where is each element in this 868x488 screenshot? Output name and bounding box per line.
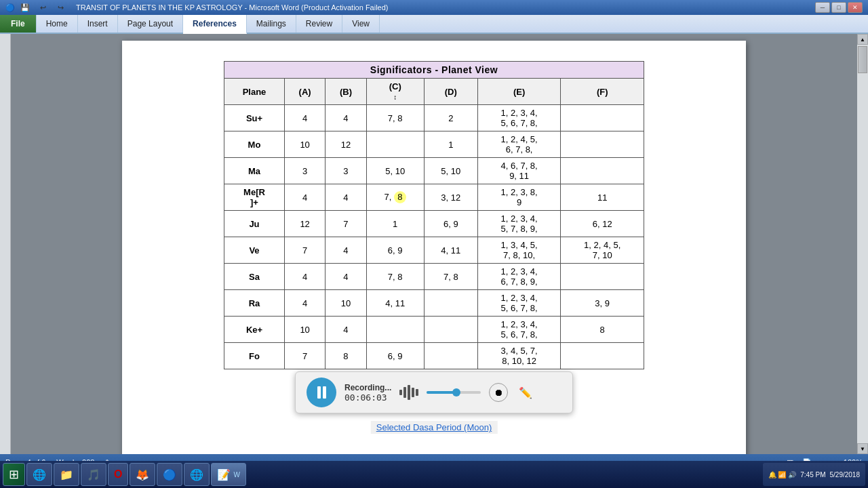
word-page: Significators - Planet View Plane (A) (B… — [122, 41, 746, 454]
ribbon: File Home Insert Page Layout References … — [0, 15, 868, 34]
col-header-a: (A) — [284, 79, 325, 105]
title-bar-controls: ─ □ ✕ — [815, 2, 863, 13]
recording-label: Recording... — [344, 383, 391, 392]
progress-thumb — [452, 388, 460, 396]
scroll-up[interactable]: ▲ — [857, 34, 868, 45]
start-button[interactable]: ⊞ — [3, 463, 25, 486]
left-ruler — [0, 34, 11, 454]
title-bar-left: 🔵 💾 ↩ ↪ TRANSIT OF PLANETS IN THE KP AST… — [5, 1, 389, 14]
tab-references[interactable]: References — [183, 15, 247, 34]
table-row: Su+ 4 4 7, 8 2 1, 2, 3, 4,5, 6, 7, 8, — [224, 105, 644, 131]
taskbar-ie[interactable]: 🌐 — [26, 463, 52, 486]
dasa-period-link[interactable]: Selected Dasa Period (Moon) — [371, 421, 498, 434]
taskbar-word[interactable]: 📝W — [211, 463, 245, 486]
taskbar-opera[interactable]: O — [108, 463, 128, 486]
recording-bar: Recording... 00:06:03 ⏺ — [295, 371, 573, 413]
clock-date: 5/29/2018 — [830, 471, 861, 479]
tray-icons: 🔔 📶 🔊 — [768, 471, 797, 479]
pen-button[interactable]: ✏️ — [516, 383, 535, 402]
col-header-b: (B) — [326, 79, 366, 105]
tab-page-layout[interactable]: Page Layout — [118, 15, 183, 33]
progress-track[interactable] — [427, 391, 481, 394]
table-row: Sa 4 4 7, 8 7, 8 1, 2, 3, 4,6, 7, 8, 9, — [224, 264, 644, 290]
app-icon: 🔵 — [5, 3, 15, 12]
table-row: Ra 4 10 4, 11 1, 2, 3, 4,5, 6, 7, 8, 3, … — [224, 290, 644, 317]
recording-info: Recording... 00:06:03 — [344, 383, 391, 403]
clock-time: 7:45 PM — [800, 471, 825, 479]
close-button[interactable]: ✕ — [848, 2, 863, 13]
table-row: Me[R]+ 4 4 7, 8 3, 12 1, 2, 3, 8,9 11 — [224, 184, 644, 211]
quick-save[interactable]: 💾 — [18, 1, 33, 14]
main-area: Significators - Planet View Plane (A) (B… — [0, 34, 868, 454]
tab-view[interactable]: View — [342, 15, 380, 33]
table-row: Ke+ 10 4 1, 2, 3, 4,5, 6, 7, 8, 8 — [224, 317, 644, 343]
table-row: Ve 7 4 6, 9 4, 11 1, 3, 4, 5,7, 8, 10, 1… — [224, 237, 644, 264]
document-area[interactable]: Significators - Planet View Plane (A) (B… — [11, 34, 857, 454]
col-header-c: (C)↕ — [366, 79, 424, 105]
restore-button[interactable]: □ — [831, 2, 846, 13]
tab-mailings[interactable]: Mailings — [247, 15, 296, 33]
vertical-scrollbar[interactable]: ▲ ▼ — [857, 34, 868, 454]
col-header-e: (E) — [477, 79, 561, 105]
significators-table: Significators - Planet View Plane (A) (B… — [224, 61, 644, 369]
taskbar-chrome[interactable]: 🔵 — [157, 463, 182, 486]
taskbar: ⊞ 🌐 📁 🎵 O 🦊 🔵 🌐 📝W 🔔 📶 🔊 7:45 PM 5/29/20… — [0, 461, 868, 488]
scroll-down[interactable]: ▼ — [857, 443, 868, 454]
audio-levels — [399, 384, 418, 401]
scroll-thumb[interactable] — [858, 46, 867, 73]
quick-undo[interactable]: ↩ — [35, 1, 50, 14]
system-tray: 🔔 📶 🔊 7:45 PM 5/29/2018 — [763, 463, 865, 486]
tab-file[interactable]: File — [0, 15, 37, 33]
table-row: Mo 10 12 1 1, 2, 4, 5,6, 7, 8, — [224, 131, 644, 158]
title-bar: 🔵 💾 ↩ ↪ TRANSIT OF PLANETS IN THE KP AST… — [0, 0, 868, 15]
title-text: TRANSIT OF PLANETS IN THE KP ASTROLOGY -… — [76, 3, 389, 12]
document-content: Significators - Planet View Plane (A) (B… — [149, 61, 719, 454]
col-header-f: (F) — [561, 79, 644, 105]
taskbar-explorer[interactable]: 📁 — [54, 463, 79, 486]
mic-button[interactable]: ⏺ — [489, 383, 508, 402]
table-row: Ma 3 3 5, 10 5, 10 4, 6, 7, 8,9, 11 — [224, 158, 644, 184]
table-row: Fo 7 8 6, 9 3, 4, 5, 7,8, 10, 12 — [224, 343, 644, 369]
tab-review[interactable]: Review — [296, 15, 342, 33]
taskbar-another[interactable]: 🌐 — [184, 463, 210, 486]
recording-time: 00:06:03 — [344, 392, 391, 403]
quick-redo[interactable]: ↪ — [53, 1, 68, 14]
taskbar-media[interactable]: 🎵 — [81, 463, 106, 486]
taskbar-firefox[interactable]: 🦊 — [130, 463, 155, 486]
tab-home[interactable]: Home — [37, 15, 78, 33]
col-header-planet: Plane — [224, 79, 285, 105]
pause-button[interactable] — [307, 378, 336, 407]
table-row: Ju 12 7 1 6, 9 1, 2, 3, 4,5, 7, 8, 9, 6,… — [224, 211, 644, 237]
minimize-button[interactable]: ─ — [815, 2, 830, 13]
scroll-track[interactable] — [857, 45, 868, 443]
table-title: Significators - Planet View — [224, 62, 644, 79]
col-header-d: (D) — [424, 79, 477, 105]
tab-insert[interactable]: Insert — [78, 15, 118, 33]
